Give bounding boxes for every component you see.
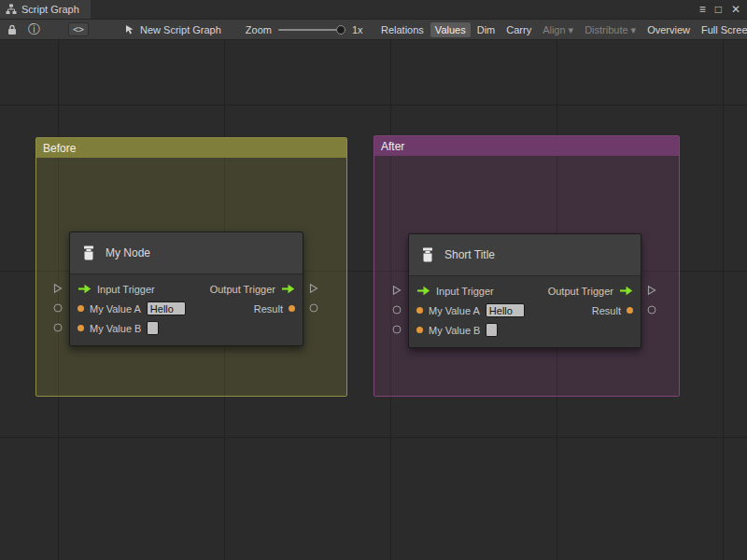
- node-title: Short Title: [444, 248, 495, 261]
- hollow-circle-icon: [54, 304, 63, 313]
- hollow-circle-icon: [54, 324, 63, 332]
- node-title: My Node: [106, 246, 150, 259]
- fullscreen-button[interactable]: Full Screen: [697, 22, 747, 37]
- dim-button[interactable]: Dim: [472, 22, 500, 37]
- close-icon[interactable]: ✕: [731, 4, 740, 15]
- value-a-connector[interactable]: [54, 304, 63, 313]
- value-port-icon: [416, 307, 423, 314]
- hollow-triangle-icon: [53, 283, 63, 294]
- flow-output-connector[interactable]: [647, 285, 656, 296]
- value-port-icon: [289, 305, 295, 312]
- unit-icon: [80, 245, 97, 261]
- hollow-triangle-icon: [647, 285, 656, 296]
- script-graph-window: Script Graph ≡ □ ✕ ⓘ <> New Script Graph…: [0, 0, 747, 560]
- node-my-node[interactable]: My Node Input Trigger Output Trigger: [69, 231, 303, 346]
- graph-tab-icon: [6, 4, 17, 15]
- value-b-connector[interactable]: [393, 326, 402, 334]
- group-before-label: Before: [43, 142, 76, 155]
- values-button[interactable]: Values: [430, 22, 471, 37]
- flow-arrow-icon: [281, 284, 295, 294]
- window-controls: ≡ □ ✕: [699, 0, 747, 19]
- code-preview-button[interactable]: <>: [68, 22, 89, 36]
- flow-output-port[interactable]: Output Trigger: [548, 286, 633, 297]
- hollow-circle-icon: [393, 326, 402, 334]
- graph-canvas[interactable]: Before After My Node: [0, 40, 747, 560]
- result-output-port[interactable]: Result: [592, 305, 633, 316]
- value-a-input-port[interactable]: My Value A: [416, 303, 525, 317]
- lock-icon[interactable]: [7, 21, 17, 38]
- flow-output-label: Output Trigger: [548, 286, 613, 297]
- value-port-icon: [78, 325, 84, 331]
- graph-asset[interactable]: New Script Graph: [124, 24, 221, 35]
- value-a-field[interactable]: [486, 303, 525, 317]
- node-my-node-body: Input Trigger Output Trigger My Value A: [70, 274, 303, 345]
- flow-input-label: Input Trigger: [436, 286, 494, 297]
- hollow-triangle-icon: [392, 285, 402, 296]
- tab-script-graph[interactable]: Script Graph: [0, 0, 91, 19]
- maximize-icon[interactable]: □: [715, 4, 722, 15]
- value-b-field[interactable]: [147, 321, 159, 335]
- value-port-icon: [627, 307, 633, 314]
- zoom-slider[interactable]: [278, 24, 345, 35]
- unit-icon: [419, 246, 436, 263]
- align-label: Align: [543, 24, 565, 35]
- flow-input-connector[interactable]: [53, 283, 63, 294]
- flow-arrow-icon: [78, 284, 92, 294]
- value-a-label: My Value A: [90, 303, 141, 315]
- flow-output-port[interactable]: Output Trigger: [210, 284, 295, 295]
- zoom-control: Zoom 1x: [246, 24, 363, 35]
- value-a-connector[interactable]: [393, 306, 402, 315]
- group-after-header[interactable]: After: [374, 136, 679, 156]
- align-dropdown[interactable]: Align ▾: [538, 22, 578, 38]
- result-connector[interactable]: [648, 306, 656, 315]
- info-icon[interactable]: ⓘ: [28, 21, 40, 38]
- graph-toolbar: ⓘ <> New Script Graph Zoom 1x Relations …: [0, 20, 747, 40]
- flow-input-port[interactable]: Input Trigger: [78, 284, 155, 295]
- overview-label: Overview: [647, 24, 690, 35]
- group-after-label: After: [381, 140, 404, 153]
- node-short-title-header[interactable]: Short Title: [409, 234, 641, 276]
- value-b-port-row: My Value B: [70, 318, 303, 338]
- value-b-input-port[interactable]: My Value B: [78, 321, 159, 335]
- graph-asset-icon: [124, 24, 135, 35]
- node-short-title-body: Input Trigger Output Trigger My Value A: [409, 276, 641, 347]
- hollow-triangle-icon: [309, 283, 318, 294]
- chevron-down-icon: ▾: [569, 24, 574, 36]
- flow-output-label: Output Trigger: [210, 284, 275, 295]
- distribute-label: Distribute: [585, 24, 627, 35]
- zoom-value: 1x: [352, 24, 363, 35]
- value-port-icon: [416, 327, 423, 333]
- value-b-field[interactable]: [486, 323, 498, 337]
- flow-output-connector[interactable]: [309, 283, 318, 294]
- carry-button[interactable]: Carry: [501, 22, 536, 37]
- distribute-dropdown[interactable]: Distribute ▾: [580, 22, 641, 38]
- value-a-field[interactable]: [147, 301, 186, 315]
- value-a-port-row: My Value A Result: [409, 301, 641, 320]
- window-tab-bar: Script Graph ≡ □ ✕: [0, 0, 747, 20]
- toolbar-buttons: Relations Values Dim Carry Align ▾ Distr…: [375, 20, 747, 40]
- tab-title: Script Graph: [21, 4, 79, 15]
- result-connector[interactable]: [310, 304, 318, 313]
- node-short-title[interactable]: Short Title Input Trigger Output Trigger: [408, 233, 641, 348]
- value-b-label: My Value B: [429, 325, 480, 336]
- hollow-circle-icon: [648, 306, 656, 315]
- result-output-port[interactable]: Result: [254, 303, 295, 315]
- value-b-input-port[interactable]: My Value B: [416, 323, 498, 337]
- flow-arrow-icon: [416, 286, 430, 296]
- flow-arrow-icon: [619, 286, 633, 296]
- flow-input-port[interactable]: Input Trigger: [416, 286, 494, 297]
- window-menu-icon[interactable]: ≡: [699, 4, 706, 15]
- zoom-slider-handle[interactable]: [336, 25, 345, 35]
- overview-button[interactable]: Overview: [642, 22, 695, 37]
- value-a-input-port[interactable]: My Value A: [78, 301, 186, 315]
- result-label: Result: [254, 303, 283, 315]
- flow-input-connector[interactable]: [392, 285, 402, 296]
- value-port-icon: [78, 305, 84, 312]
- value-b-connector[interactable]: [54, 324, 63, 332]
- graph-asset-name: New Script Graph: [140, 24, 221, 35]
- flow-port-row: Input Trigger Output Trigger: [70, 279, 303, 299]
- chevron-down-icon: ▾: [631, 24, 637, 36]
- group-before-header[interactable]: Before: [36, 138, 346, 158]
- relations-button[interactable]: Relations: [376, 22, 429, 37]
- node-my-node-header[interactable]: My Node: [70, 232, 303, 274]
